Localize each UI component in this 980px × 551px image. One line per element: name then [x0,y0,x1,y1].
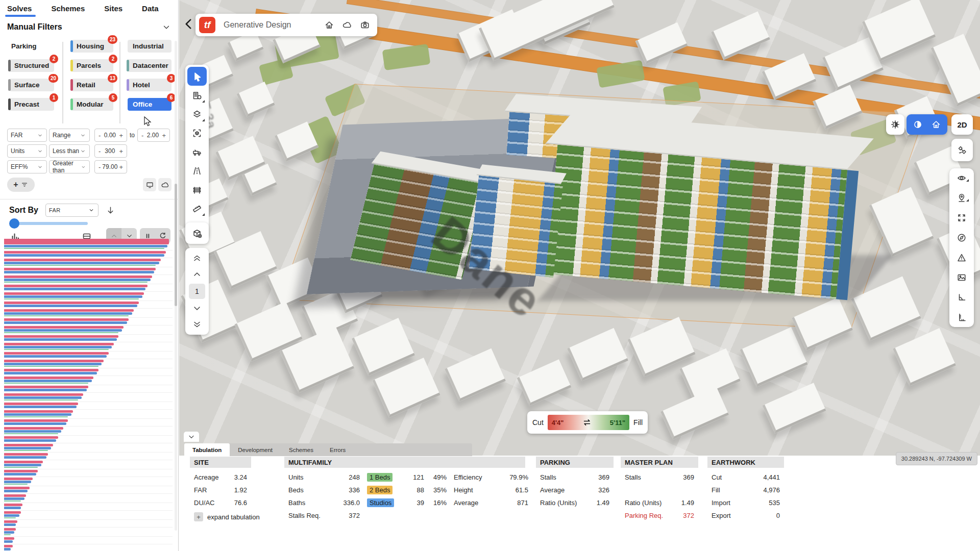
mp-row-label: Ratio (Units) [625,499,662,507]
desktop-export-button[interactable] [143,178,156,191]
screenshot-tool-button[interactable] [952,272,971,283]
tab-tabulation[interactable]: Tabulation [184,443,230,456]
filter-field-select[interactable]: FAR [7,129,47,142]
residential-east-wing[interactable] [546,111,862,301]
select-tool-button[interactable] [187,67,207,86]
focus-box-tool-button[interactable] [187,123,207,142]
filter-field-select[interactable]: EFF% [7,160,47,173]
warning-tool-button[interactable] [952,252,971,263]
shadow-settings-button[interactable] [886,114,904,135]
satellite-view-button[interactable] [951,139,973,161]
sidebar-scrollbar[interactable] [175,41,177,531]
earthwork-section-title: EARTHWORK [707,457,784,468]
tab-data[interactable]: Data [142,4,159,15]
ew-row-value: 4,441 [763,473,780,481]
tab-development[interactable]: Development [230,443,281,456]
compass-tool-button[interactable] [952,232,971,243]
floor-number[interactable]: 1 [189,284,205,299]
parking-section-title: PARKING [536,457,614,468]
filter-parcels-button[interactable]: Parcels2 [71,59,113,72]
floor-up-button[interactable] [188,267,206,281]
transport-tool-button[interactable] [187,142,207,161]
filter-operator-select[interactable]: Less than [49,144,90,158]
mp-row-label: Stalls [625,473,641,481]
app-window: Dane E 3a tf Generative Design [0,0,980,551]
filter-datacenter-button[interactable]: Datacenter [128,59,172,72]
filter-value2-stepper[interactable]: -2.00+ [137,129,170,142]
floor-bottom-button[interactable] [188,318,206,332]
filter-structured-button[interactable]: Structured2 [9,59,54,72]
sort-section: Sort By FAR [0,199,179,245]
cloud-sync-button[interactable] [158,178,172,191]
tab-solves[interactable]: Solves [7,4,32,15]
parking-row-value: 1.49 [597,499,609,507]
filter-industrial-button[interactable]: Industrial [128,40,172,53]
right-tool-rail [949,168,974,327]
cloud-icon[interactable] [342,20,352,30]
mf-value: 121 [401,471,424,484]
sort-field-select[interactable]: FAR [45,204,99,217]
solve-chart[interactable] [4,239,173,551]
toggle-2d-button[interactable]: 2D [951,114,973,135]
tab-errors[interactable]: Errors [322,443,354,456]
ew-row-value: 4,976 [763,486,780,494]
floor-down-button[interactable] [188,302,206,315]
site-row-value: 76.6 [234,499,247,507]
filter-hotel-button[interactable]: Hotel3 [128,79,172,91]
location-pin-tool-button[interactable] [952,192,971,204]
solve-progress-slider[interactable] [10,222,88,225]
filter-modular-button[interactable]: Modular5 [71,98,113,111]
panel-collapse-button[interactable] [184,432,199,442]
mp-row-label-alert: Parking Req. [625,512,663,519]
tab-sites[interactable]: Sites [104,4,122,15]
barrier-tool-button[interactable] [187,180,207,199]
unit-mix-chip: 1 Beds [367,473,393,482]
filter-field-select[interactable]: Units [7,144,47,158]
scale-ruler-tool-button[interactable] [952,312,971,323]
fullscreen-tool-button[interactable] [952,212,971,223]
filter-operator-select[interactable]: Range [49,129,90,142]
view-mode-toggle[interactable] [906,114,947,135]
visibility-tool-button[interactable] [952,172,971,184]
filter-value-stepper[interactable]: -0.00+ [94,129,127,142]
camera-icon[interactable] [360,20,370,30]
tab-schemes[interactable]: Schemes [51,4,85,15]
mf-value: 336 [331,484,360,496]
back-button[interactable] [182,17,195,31]
filter-operator-select[interactable]: Greater than [49,160,90,173]
manual-filters-title: Manual Filters [7,22,62,32]
floor-top-button[interactable] [188,251,206,264]
fill-value: 5'11" [610,419,625,427]
road-tool-button[interactable] [187,161,207,180]
collapse-filters-icon[interactable] [162,22,171,32]
ew-row-value: 535 [769,499,780,507]
filter-value-stepper[interactable]: -300+ [94,144,127,158]
mp-row-value: 369 [683,473,694,481]
building-info-tool-button[interactable] [187,86,207,105]
filter-retail-button[interactable]: Retail13 [71,79,113,91]
sort-by-label: Sort By [9,206,38,215]
plus-icon: + [194,512,203,521]
filter-office-button[interactable]: Office6 [128,98,172,111]
mf-label: Height [454,484,499,496]
filter-housing-button[interactable]: Housing23 [71,40,113,53]
filter-surface-button[interactable]: Surface20 [9,79,54,91]
unit-mix-chip: Studios [367,498,394,507]
tab-schemes[interactable]: Schemes [281,443,322,456]
filter-precast-button[interactable]: Precast1 [9,98,54,111]
sort-direction-icon[interactable] [106,206,115,215]
measure-tool-button[interactable] [187,199,207,218]
slider-thumb[interactable] [9,218,19,229]
angle-tool-button[interactable] [952,292,971,303]
mf-label: Stalls Req. [288,509,331,522]
site-layers-tool-button[interactable] [187,105,207,123]
testfit-logo[interactable]: tf [199,17,215,33]
add-filter-button[interactable]: + [7,178,35,192]
home-icon[interactable] [324,20,334,30]
add-volume-button[interactable] [185,222,209,244]
expand-tabulation-button[interactable]: + expand tabulation [194,512,281,521]
parking-section: PARKING Stalls369 Average326 Ratio (Unit… [536,457,614,509]
mf-value: 372 [331,509,360,522]
scrollbar-thumb[interactable] [175,184,177,306]
filter-value-stepper[interactable]: -79.00+ [94,160,127,173]
